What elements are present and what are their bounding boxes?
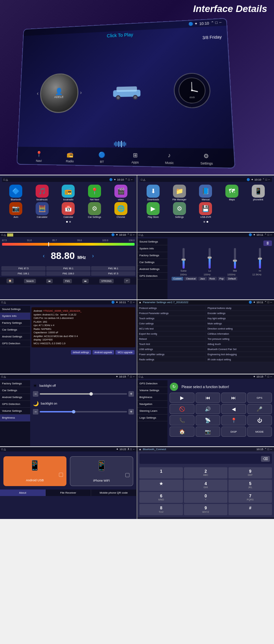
preset-jazz[interactable]: Jazz <box>198 277 207 281</box>
bt-music-icon[interactable]: ♪ <box>213 519 221 519</box>
num-4[interactable]: 4GHI <box>184 480 227 491</box>
param-mcu[interactable]: MCU info test <box>137 326 206 331</box>
param-canbus[interactable]: CANbus information <box>206 332 274 336</box>
app-maps[interactable]: 🗺 Maps <box>220 185 245 201</box>
fn-cam[interactable]: 📷 <box>196 426 221 437</box>
bt-link-icon[interactable]: 🔗 <box>235 519 243 519</box>
sysinfo-android[interactable]: Android Settings <box>0 333 30 340</box>
radio-back[interactable]: ↩ <box>124 278 130 283</box>
fn-mode[interactable]: MODE <box>247 426 272 437</box>
preset-pop[interactable]: Pop <box>218 277 225 281</box>
app-localmusic[interactable]: 🎵 localmusic <box>30 185 55 201</box>
param-mute[interactable]: Mute settings <box>206 321 274 326</box>
num-5[interactable]: 5JKL <box>228 480 272 491</box>
preset-custom[interactable]: Custom <box>172 277 183 281</box>
gps-brightness[interactable]: Brightness <box>137 394 167 401</box>
tab-qr-code[interactable]: Mobile phone QR code <box>91 490 137 496</box>
param-reboot[interactable]: Reboot <box>137 337 206 342</box>
preset-2[interactable]: FM1 90.1 <box>46 266 90 271</box>
app-manual[interactable]: 📘 Manual <box>193 185 218 201</box>
radio-search[interactable]: Search <box>24 279 36 283</box>
brightness-android[interactable]: Android Settings <box>0 394 30 401</box>
param-protocol[interactable]: Protocol settings <box>137 306 206 311</box>
gps-detection[interactable]: GPS Detection <box>137 380 167 387</box>
num-9wxyz[interactable]: 9WXYZ <box>184 504 227 515</box>
preset-6[interactable]: FM1 87.5 <box>91 271 135 276</box>
bt-settings-icon[interactable]: ⚙ <box>257 519 265 519</box>
next-btn[interactable]: › <box>80 90 82 96</box>
bt-contact-icon[interactable]: 👤 <box>169 519 177 519</box>
fn-disp[interactable]: DISP <box>221 426 246 437</box>
num-6[interactable]: 6MNO <box>139 492 183 503</box>
fn-vol-down[interactable]: ◀ <box>221 404 246 414</box>
param-radio[interactable]: Radio settings <box>137 357 206 362</box>
preset-classical[interactable]: Classical <box>184 277 197 281</box>
prev-btn[interactable]: ‹ <box>37 90 39 96</box>
radio-band[interactable]: FM1 <box>63 279 72 283</box>
app-carsettings[interactable]: ⚙ Car Settings <box>82 202 107 218</box>
param-btconnect[interactable]: Bluetooth Connect Pair Set <box>206 347 274 352</box>
param-color[interactable]: Color settings <box>137 321 206 326</box>
backlight-off-plus[interactable]: + <box>128 391 134 397</box>
fn-gps[interactable]: GPS <box>247 393 272 403</box>
car-settings-item[interactable]: Car Settings <box>137 259 167 266</box>
fn-phone[interactable]: 📞 <box>170 415 195 425</box>
num-8[interactable]: 8TUV <box>139 504 183 515</box>
brightness-factory[interactable]: Factory Settings <box>0 380 30 387</box>
app-calendar[interactable]: 📅 Calendar <box>56 202 81 218</box>
param-tire[interactable]: Tire pressure setting <box>206 337 274 342</box>
sysinfo-car[interactable]: Car Settings <box>0 326 30 333</box>
backlight-on-track[interactable] <box>40 411 127 412</box>
nav-apps[interactable]: ⊞ Apps <box>131 151 139 164</box>
sysinfo-gps[interactable]: GPS Detection <box>0 340 30 347</box>
android-upgrade-btn[interactable]: Android upgrade <box>92 350 114 355</box>
app-usbdvr[interactable]: 💾 USB-DVR <box>193 202 218 218</box>
factory-settings-item[interactable]: Factory Settings <box>137 252 167 259</box>
bt-menu-icon[interactable]: ≡ <box>146 519 154 519</box>
fn-signal[interactable]: 📡 <box>196 415 221 425</box>
app-video[interactable]: 🎬 video <box>108 185 133 201</box>
brightness-volume[interactable]: Volume Settings <box>0 408 30 414</box>
fn-mic[interactable]: 🎤 <box>247 404 272 414</box>
num-9def[interactable]: 9DEF <box>228 467 272 479</box>
param-protocol-params[interactable]: Protocol Parameter settings <box>137 311 206 316</box>
nav-navi[interactable]: 📍 Navi <box>35 150 43 163</box>
gps-steering[interactable]: Steering Learn <box>137 408 167 414</box>
eq-icon-btn[interactable]: 🎛 <box>263 240 272 246</box>
android-usb-card[interactable]: 📱 Android USB <box>3 456 66 486</box>
backlight-off-track[interactable] <box>40 393 127 395</box>
backlight-on-plus[interactable]: + <box>128 409 134 414</box>
lo-track[interactable] <box>209 248 211 269</box>
app-chrome[interactable]: 🌐 Chrome <box>108 202 133 218</box>
preset-5[interactable]: FM1 108.0 <box>46 271 90 276</box>
bt-backspace-btn[interactable]: ⌫ <box>261 456 270 462</box>
iphone-wifi-card[interactable]: 📱 iPhone WiFi <box>70 456 134 486</box>
brightness-car[interactable]: Car Settings <box>0 387 30 394</box>
default-settings-btn[interactable]: default settings <box>71 350 91 355</box>
tab-file-receiver[interactable]: File Receiver <box>46 490 91 496</box>
brightness-gps[interactable]: GPS Detection <box>0 401 30 408</box>
app-localradio[interactable]: 📻 localradio <box>56 185 81 201</box>
mcu-upgrade-btn[interactable]: MCU upgrade <box>115 350 135 355</box>
fn-vol-up[interactable]: 🔊 <box>196 404 221 414</box>
num-0[interactable]: 0+ <box>184 492 227 503</box>
num-star[interactable]: ★ <box>139 480 183 491</box>
hi-track[interactable] <box>259 248 261 269</box>
app-playstore[interactable]: ▶ Play Store <box>141 202 166 218</box>
radio-strong[interactable]: STRONG <box>99 279 114 283</box>
fn-next[interactable]: ⏭ <box>221 393 246 403</box>
num-2[interactable]: 2ABC <box>184 467 227 479</box>
num-7[interactable]: 7PQRS <box>228 492 272 503</box>
app-avin[interactable]: 📷 Avin <box>3 202 28 218</box>
freq-right-arrow[interactable]: › <box>92 253 94 259</box>
fn-power[interactable]: ⏻ <box>247 415 272 425</box>
fn-map[interactable]: 📍 <box>221 415 246 425</box>
gps-volume[interactable]: Volume Settings <box>137 387 167 394</box>
fn-play[interactable]: ▶ <box>170 393 195 403</box>
backlight-off-minus[interactable]: − <box>33 391 38 397</box>
num-1[interactable]: 1 <box>139 467 183 479</box>
param-poweramp[interactable]: Power amplifier settings <box>137 352 206 357</box>
app-filemanager[interactable]: 📁 File Manager <box>167 185 192 201</box>
system-info-item[interactable]: System Info <box>137 245 167 252</box>
nav-music[interactable]: ♪ Music <box>165 151 174 165</box>
